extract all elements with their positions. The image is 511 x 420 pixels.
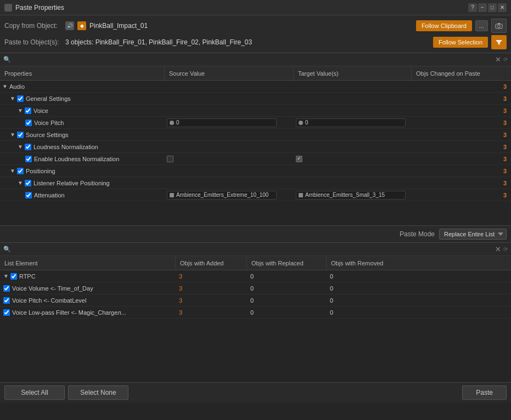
list-search-input[interactable] — [13, 246, 493, 253]
select-none-button[interactable]: Select None — [68, 385, 128, 400]
svg-rect-2 — [498, 23, 500, 24]
expand-arrow[interactable]: ▼ — [3, 273, 9, 279]
property-checkbox[interactable] — [25, 180, 31, 186]
main-container: Copy from Object: 🔊 ◆ PinkBall_Impact_01… — [0, 15, 511, 420]
property-name: General Settings — [26, 95, 71, 102]
expand-arrow[interactable]: ▼ — [10, 168, 15, 174]
property-checkbox[interactable] — [25, 107, 31, 114]
change-count: 3 — [503, 180, 507, 186]
paste-to-value: 3 objects: PinkBall_Fire_01, PinkBall_Fi… — [65, 38, 430, 46]
properties-table-header: Properties Source Value Target Value(s) … — [0, 66, 511, 81]
filter-icon — [495, 39, 503, 46]
property-checkbox[interactable] — [17, 95, 24, 102]
change-count: 3 — [503, 144, 507, 150]
slider-value: 0 — [176, 120, 179, 126]
property-row: ▼Audio3 — [0, 81, 511, 93]
property-checkbox[interactable] — [17, 168, 24, 174]
property-row: ▼General Settings3 — [0, 93, 511, 105]
follow-selection-button[interactable]: Follow Selection — [433, 37, 488, 48]
slider-dot — [170, 121, 174, 125]
list-item-checkbox[interactable] — [10, 273, 17, 280]
list-item-checkbox[interactable] — [3, 285, 10, 292]
properties-search-input[interactable] — [13, 56, 493, 64]
list-item: Voice Volume <- Time_of_Day300 — [0, 282, 511, 294]
property-checkbox[interactable] — [25, 120, 32, 126]
search-clear-button[interactable]: ✕ — [495, 55, 501, 64]
property-checkbox[interactable] — [25, 156, 32, 162]
list-count-replaced: 0 — [250, 297, 254, 304]
svg-point-1 — [498, 25, 501, 28]
close-button[interactable]: ✕ — [498, 3, 507, 12]
list-count-removed: 0 — [330, 297, 333, 304]
list-scroll-icon: ⟳ — [503, 246, 508, 252]
property-name: Source Settings — [26, 132, 69, 138]
camera-button[interactable] — [491, 19, 507, 33]
property-row: ▼Listener Relative Positioning3 — [0, 177, 511, 189]
list-item-checkbox[interactable] — [3, 309, 10, 316]
property-checkbox[interactable] — [25, 192, 32, 198]
property-name: Attenuation — [34, 192, 65, 198]
property-name: Voice — [33, 107, 48, 114]
slider-value: 0 — [305, 120, 308, 126]
expand-arrow[interactable]: ▼ — [2, 83, 8, 89]
col-properties: Properties — [0, 66, 165, 80]
properties-rows: ▼Audio3▼General Settings3▼Voice3Voice Pi… — [0, 81, 511, 225]
property-row: ▼Voice3 — [0, 105, 511, 117]
list-search-icon: 🔍 — [3, 246, 11, 253]
expand-arrow[interactable]: ▼ — [18, 180, 23, 186]
copy-from-row: Copy from Object: 🔊 ◆ PinkBall_Impact_01… — [4, 19, 507, 33]
list-item: Voice Low-pass Filter <- Magic_Chargeл..… — [0, 307, 511, 319]
follow-clipboard-button[interactable]: Follow Clipboard — [416, 20, 472, 31]
paste-mode-label: Paste Mode — [400, 230, 435, 238]
window-controls: ? − □ ✕ — [468, 3, 507, 12]
paste-button[interactable]: Paste — [462, 385, 507, 400]
list-item: Voice Pitch <- CombatLevel300 — [0, 294, 511, 307]
property-name: Loudness Normalization — [33, 144, 98, 150]
list-count-replaced: 0 — [250, 273, 254, 280]
expand-arrow[interactable]: ▼ — [10, 132, 15, 138]
list-count-removed: 0 — [330, 309, 333, 316]
property-row: AttenuationAmbience_Emitters_Extreme_10_… — [0, 189, 511, 201]
select-all-button[interactable]: Select All — [4, 385, 65, 400]
expand-arrow[interactable]: ▼ — [18, 144, 23, 150]
list-count-removed: 0 — [330, 285, 333, 292]
expand-arrow[interactable]: ▼ — [18, 107, 23, 113]
target-checkbox-checked — [296, 156, 302, 162]
property-checkbox[interactable] — [17, 132, 24, 138]
col-objs-removed: Objs with Removed — [327, 256, 511, 270]
list-item-name: Voice Low-pass Filter <- Magic_Chargeл..… — [12, 309, 126, 316]
paste-mode-bar: Paste Mode Replace Entire List Append Re… — [0, 225, 511, 243]
filter-button[interactable] — [491, 35, 507, 49]
source-asset-value: Ambience_Emitters_Extreme_10_100 — [176, 192, 268, 198]
list-search-clear[interactable]: ✕ — [495, 245, 501, 253]
camera-icon — [495, 22, 503, 29]
maximize-button[interactable]: □ — [488, 3, 497, 12]
list-count-removed: 0 — [330, 273, 333, 280]
minimize-button[interactable]: − — [478, 3, 487, 12]
paste-mode-select[interactable]: Replace Entire List Append Remove — [439, 229, 507, 240]
change-count: 3 — [503, 168, 507, 174]
list-item-name: RTPC — [19, 273, 36, 280]
more-button[interactable]: ... — [475, 20, 488, 31]
change-count: 3 — [503, 95, 507, 102]
change-count: 3 — [503, 107, 507, 114]
change-count: 3 — [503, 120, 507, 126]
property-name: Enable Loudness Normalization — [34, 156, 119, 162]
object-type-icon: 🔊 — [65, 21, 74, 30]
source-checkbox-unchecked — [167, 156, 173, 162]
property-checkbox[interactable] — [25, 144, 31, 150]
search-icon: 🔍 — [3, 56, 11, 63]
col-objs-added: Objs with Added — [176, 256, 247, 270]
list-table-header: List Element Objs with Added Objs with R… — [0, 256, 511, 270]
properties-table-container: Properties Source Value Target Value(s) … — [0, 66, 511, 225]
help-button[interactable]: ? — [468, 3, 477, 12]
col-objs-replaced: Objs with Replaced — [247, 256, 327, 270]
property-row: ▼Positioning3 — [0, 165, 511, 177]
property-row: Voice Pitch003 — [0, 117, 511, 129]
expand-arrow[interactable]: ▼ — [10, 95, 15, 101]
object-small-icon: ◆ — [77, 21, 86, 30]
list-item-checkbox[interactable] — [3, 297, 10, 304]
list-rows: ▼RTPC300Voice Volume <- Time_of_Day300Vo… — [0, 270, 511, 382]
property-name: Voice Pitch — [34, 120, 64, 126]
list-item-name: Voice Volume <- Time_of_Day — [12, 285, 93, 292]
